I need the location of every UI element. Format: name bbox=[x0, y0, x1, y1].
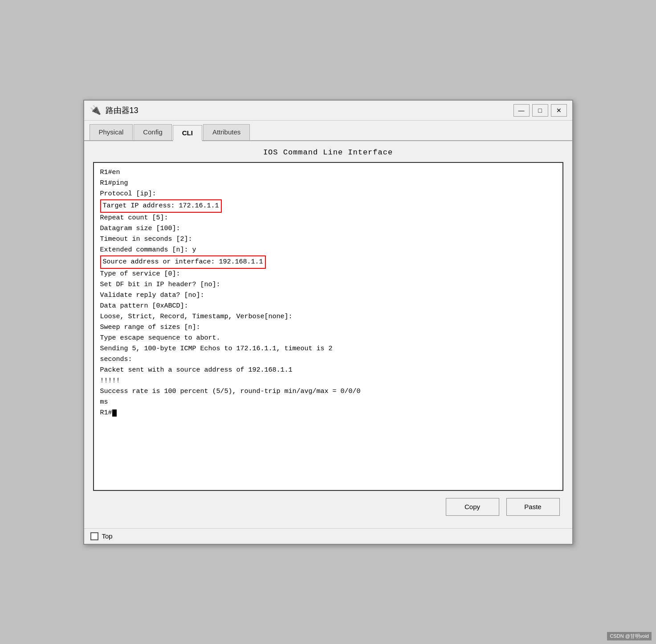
title-left: 🔌 路由器13 bbox=[90, 104, 139, 117]
top-label: Top bbox=[102, 532, 113, 540]
cli-line: Set DF bit in IP header? [no]: bbox=[100, 279, 556, 290]
cli-line: Loose, Strict, Record, Timestamp, Verbos… bbox=[100, 312, 556, 322]
cli-line: Repeat count [5]: bbox=[100, 213, 556, 223]
cli-line: R1# bbox=[100, 408, 556, 418]
maximize-button[interactable]: □ bbox=[532, 104, 548, 117]
cli-line: ms bbox=[100, 397, 556, 408]
router-icon: 🔌 bbox=[90, 104, 102, 117]
paste-button[interactable]: Paste bbox=[506, 498, 560, 516]
close-button[interactable]: ✕ bbox=[551, 104, 567, 117]
section-title: IOS Command Line Interface bbox=[93, 148, 563, 157]
window-title: 路由器13 bbox=[106, 105, 139, 116]
cli-line: Sending 5, 100-byte ICMP Echos to 172.16… bbox=[100, 344, 556, 354]
cli-line: Target IP address: 172.16.1.1 bbox=[100, 199, 556, 213]
cli-line: Timeout in seconds [2]: bbox=[100, 234, 556, 245]
cli-line: R1#ping bbox=[100, 178, 556, 189]
copy-button[interactable]: Copy bbox=[446, 498, 499, 516]
cli-line: seconds: bbox=[100, 354, 556, 365]
cli-line: Packet sent with a source address of 192… bbox=[100, 365, 556, 376]
cli-line: Type of service [0]: bbox=[100, 269, 556, 279]
watermark: CSDN @甘明void bbox=[607, 632, 652, 640]
tab-bar: Physical Config CLI Attributes bbox=[84, 121, 572, 141]
cli-line: R1#en bbox=[100, 167, 556, 178]
title-bar: 🔌 路由器13 — □ ✕ bbox=[84, 101, 572, 121]
cli-output: R1#enR1#pingProtocol [ip]:Target IP addr… bbox=[100, 167, 556, 418]
cli-line: Validate reply data? [no]: bbox=[100, 290, 556, 301]
top-checkbox[interactable] bbox=[90, 532, 98, 540]
tab-config[interactable]: Config bbox=[134, 124, 171, 140]
button-row: Copy Paste bbox=[93, 491, 563, 521]
cli-line: Source address or interface: 192.168.1.1 bbox=[100, 255, 556, 269]
cli-line: Extended commands [n]: y bbox=[100, 245, 556, 255]
tab-cli[interactable]: CLI bbox=[173, 125, 202, 141]
cursor-blink bbox=[112, 409, 117, 417]
cli-terminal[interactable]: R1#enR1#pingProtocol [ip]:Target IP addr… bbox=[93, 162, 563, 491]
cli-line: Data pattern [0xABCD]: bbox=[100, 301, 556, 312]
bottom-bar: Top bbox=[84, 528, 572, 544]
main-window: 🔌 路由器13 — □ ✕ Physical Config CLI Attrib… bbox=[83, 100, 573, 545]
content-area: IOS Command Line Interface R1#enR1#pingP… bbox=[84, 141, 572, 528]
tab-physical[interactable]: Physical bbox=[90, 124, 133, 140]
title-buttons: — □ ✕ bbox=[513, 104, 567, 117]
cli-line: Sweep range of sizes [n]: bbox=[100, 322, 556, 333]
cli-line: Type escape sequence to abort. bbox=[100, 333, 556, 344]
tab-attributes[interactable]: Attributes bbox=[203, 124, 250, 140]
cli-line: Protocol [ip]: bbox=[100, 189, 556, 199]
cli-line: Success rate is 100 percent (5/5), round… bbox=[100, 386, 556, 397]
cli-line: !!!!! bbox=[100, 376, 556, 386]
minimize-button[interactable]: — bbox=[513, 104, 530, 117]
cli-line: Datagram size [100]: bbox=[100, 223, 556, 234]
